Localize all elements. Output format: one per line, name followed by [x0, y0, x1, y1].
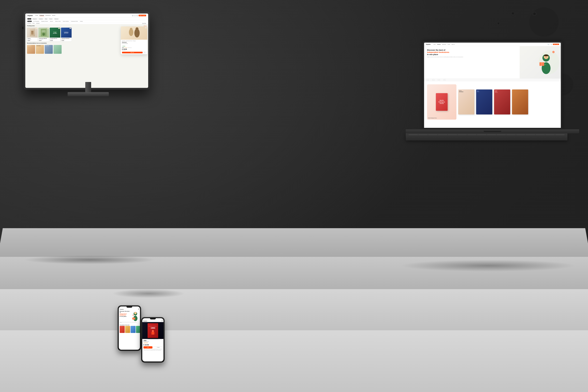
keyboard-keys: [406, 133, 567, 136]
book-info-3: The Impossible Life Matt Haig €22.95: [50, 38, 60, 42]
main-content: Trending books View all: [25, 24, 148, 85]
book-title-3: The Impossible Life: [50, 38, 60, 39]
book-card-4[interactable]: I DUNDESC.METEORIT 4.5/5 And Sunday, Met…: [61, 28, 72, 42]
laptop-screen: Singulare Home Products Bookstores Event…: [424, 42, 561, 128]
key: [438, 134, 447, 135]
phone-book-1[interactable]: [120, 326, 125, 333]
phone-wishlist-button[interactable]: ♡ ♡ Wishlist: [153, 346, 162, 348]
signin-button[interactable]: Sign In / Log In: [139, 15, 146, 16]
page-num-03: 03: [432, 79, 435, 81]
wishlist-button[interactable]: ♡: [143, 52, 146, 53]
ls-nav-bookstores[interactable]: Bookstores: [442, 44, 446, 45]
keyboard-row-1: [409, 134, 564, 135]
book-card-3[interactable]: MATT HAIG LA VIDAIMPOSIBLE 4.5/5 The Imp…: [50, 28, 60, 42]
laptop-hero-image: [520, 46, 561, 78]
view-all-trending[interactable]: View all: [144, 26, 146, 26]
type-filter-bar: Books Magazines Calendars Maps Posters S…: [25, 18, 148, 20]
ls-heart-icon[interactable]: ♡: [549, 44, 550, 45]
phone-left-body: Singulare ☰ Discover th: [118, 305, 141, 351]
genre-contemporary[interactable]: Contemporary Fiction: [70, 21, 79, 22]
rec-card-2[interactable]: TONI MORRISON: [36, 45, 44, 54]
rec-card-3[interactable]: HECHO COURT: [45, 45, 53, 54]
phone-action-buttons: Order ♡ ♡ Wishlist: [144, 346, 162, 348]
clear-filters-button[interactable]: Clear Filters: [142, 23, 146, 24]
popup-stars: ★★★★★: [124, 47, 128, 48]
popup-rating-num: 4.8/5: [122, 47, 124, 48]
laptop-hero-highlight: independent bookstores: [427, 51, 449, 53]
filter-posters[interactable]: Posters: [49, 18, 53, 20]
laptop-book-2[interactable]: JULIANAVARRO: [458, 90, 474, 114]
genre-cooking[interactable]: Cooking: [79, 21, 83, 22]
filter-maps[interactable]: Maps: [44, 18, 48, 20]
filter-magazines[interactable]: Magazines: [32, 18, 38, 20]
phone-buy-button[interactable]: Order: [144, 346, 152, 348]
popup-price: € 18.95: [122, 48, 146, 50]
genre-all[interactable]: All genres: [27, 21, 32, 22]
laptop-book-5[interactable]: [512, 90, 528, 114]
hero-illustration-svg: [520, 46, 561, 78]
phone-book-2[interactable]: [125, 326, 130, 333]
filter-stationary[interactable]: Stationary: [54, 18, 59, 20]
book-title-1: Suzuran: [28, 38, 37, 39]
rec-card-4-text: ...: [54, 45, 62, 47]
phone-book-3[interactable]: [131, 326, 136, 333]
laptop-book-4-title: GabrielGarciaMarquez: [494, 90, 510, 94]
top-rated-filter[interactable]: Top Rated ▾: [27, 23, 31, 24]
rating-badge-2: 4/5: [47, 28, 49, 29]
phone-book-4[interactable]: [136, 326, 140, 333]
svg-rect-30: [151, 332, 152, 334]
genre-art[interactable]: Art & Photography: [33, 21, 40, 22]
sub-filter-row: Top Rated ▾ Price ▾ Language ▾ Clear Fil…: [25, 22, 148, 24]
nav-home[interactable]: Home: [36, 15, 38, 16]
ls-nav-events[interactable]: Events: [448, 44, 450, 45]
popup-stock-badge: In Stock: [122, 46, 126, 47]
ls-nav-home[interactable]: Home: [433, 44, 436, 45]
filter-calendars[interactable]: Calendars: [38, 18, 44, 20]
book-card-2[interactable]: CONSTR. MATERIALS 4/5 Construction Mater: [38, 28, 49, 42]
key: [487, 134, 496, 135]
phone-hero-highlight: independentbookstores: [120, 313, 127, 316]
phone-stars-row: ★★★★★: [144, 342, 162, 344]
key: [526, 134, 535, 135]
genre-business[interactable]: Business: [49, 21, 54, 22]
phone-right-screen: Singulare ☰ GEORGE ORWELL 1984: [142, 318, 164, 362]
price-filter[interactable]: Price ▾: [33, 23, 35, 24]
book-price-3: €22.95: [50, 40, 60, 41]
phone-right-body: Singulare ☰ GEORGE ORWELL 1984: [141, 317, 165, 362]
book-card-1[interactable]: 4.5/5 Suzuran Aki Shimazaki €18.50: [27, 28, 38, 42]
nav-bookstores[interactable]: Bookstores: [46, 15, 51, 16]
ls-nav-products[interactable]: Products: [437, 44, 441, 45]
ls-nav-about[interactable]: About us: [452, 44, 455, 45]
laptop-navbar: Singulare Home Products Bookstores Event…: [424, 42, 561, 46]
step-surface: [0, 228, 588, 260]
book-author-4: Albert Ryan: [62, 39, 71, 40]
laptop-book-3[interactable]: JoelDicker: [476, 90, 492, 114]
laptop-book-4[interactable]: GabrielGarciaMarquez: [494, 90, 510, 114]
popup-close-button[interactable]: ✕: [145, 27, 147, 28]
ls-search-icon[interactable]: 🔍: [547, 44, 549, 45]
nav-products[interactable]: Products: [40, 15, 44, 16]
genre-biography[interactable]: Biography & Memoir: [41, 21, 49, 22]
monitor-navbar: Singulare Home Products Bookstores Event…: [25, 14, 148, 18]
phone-right-menu-icon[interactable]: ☰: [162, 320, 163, 322]
language-filter[interactable]: Language ▾: [36, 23, 40, 24]
svg-text:MATERIALS: MATERIALS: [42, 32, 46, 32]
filter-books[interactable]: Books: [27, 18, 31, 20]
nav-events[interactable]: Events: [52, 15, 55, 16]
laptop-signin-button[interactable]: Sign In / Log In: [553, 44, 559, 45]
wishlist-icon[interactable]: ♡: [134, 15, 136, 16]
add-to-cart-button[interactable]: Add to cart: [122, 52, 143, 53]
rec-card-1[interactable]: El Tropicalismo: [27, 45, 35, 54]
phone-left-menu-icon[interactable]: ☰: [138, 308, 139, 310]
popup-book-image: [121, 26, 147, 40]
ls-cart-icon[interactable]: 🛒: [551, 44, 552, 45]
cart-icon[interactable]: 🛒: [136, 15, 138, 16]
book-author-label: GEORGE ORWELL: [149, 326, 157, 326]
rec-card-4[interactable]: ...: [54, 45, 62, 54]
genre-classics[interactable]: Classics Literature: [62, 21, 69, 22]
search-icon[interactable]: 🔍: [132, 15, 134, 16]
genre-children[interactable]: Children's Fiction: [55, 21, 61, 22]
svg-rect-7: [43, 33, 45, 36]
phone-left-hero: Discover the best of independentbookstor…: [119, 310, 140, 324]
book-title-4: And Sunday, Meteorite: [62, 38, 71, 39]
